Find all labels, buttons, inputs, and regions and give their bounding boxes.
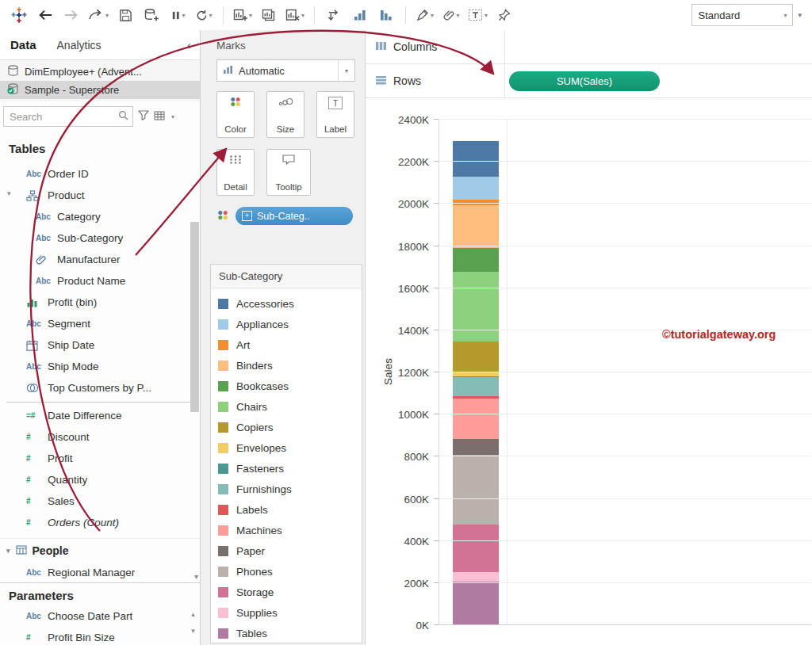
bar-segment-art[interactable]: [453, 200, 499, 205]
rows-shelf[interactable]: Rows SUM(Sales): [366, 64, 812, 98]
bar-segment-binders[interactable]: [453, 205, 499, 248]
sort-ascending-button[interactable]: [347, 3, 373, 27]
legend-item-bookcases[interactable]: Bookcases: [211, 376, 362, 396]
sub-category-pill[interactable]: + Sub-Categ..: [236, 207, 353, 225]
sum-sales-pill[interactable]: SUM(Sales): [509, 71, 660, 91]
tab-analytics[interactable]: Analytics: [47, 39, 112, 52]
legend-item-fasteners[interactable]: Fasteners: [211, 458, 362, 479]
bar-segment-furnishings[interactable]: [453, 377, 499, 396]
field-profit-bin-size[interactable]: #Profit Bin Size: [0, 627, 200, 645]
group-members-button[interactable]: ▾: [439, 3, 464, 27]
field-orders-count[interactable]: #Orders (Count): [0, 512, 200, 533]
field-date-difference[interactable]: =#Date Difference: [0, 405, 200, 426]
bar-segment-appliances[interactable]: [453, 177, 499, 200]
bar-segment-bookcases[interactable]: [453, 248, 499, 273]
legend-item-appliances[interactable]: Appliances: [211, 314, 362, 334]
field-profit[interactable]: #Profit: [0, 448, 200, 469]
bar-segment-machines[interactable]: [453, 399, 499, 438]
legend-item-envelopes[interactable]: Envelopes: [211, 437, 362, 458]
forward-button[interactable]: [59, 3, 84, 27]
field-product-name[interactable]: AbcProduct Name: [0, 270, 200, 292]
legend-item-storage[interactable]: Storage: [211, 582, 362, 602]
scrollbar-thumb[interactable]: [190, 222, 199, 412]
chevron-down-icon[interactable]: ▾: [338, 60, 354, 81]
chevron-down-icon[interactable]: ▾: [7, 189, 11, 197]
field-profit-bin[interactable]: Profit (bin): [0, 292, 200, 313]
bar-segment-accessories[interactable]: [453, 141, 499, 176]
bar-segment-copiers[interactable]: [453, 342, 499, 373]
scroll-up-icon[interactable]: ▴: [191, 610, 195, 618]
view-size-select[interactable]: Standard ▾: [691, 4, 793, 26]
field-manufacturer[interactable]: Manufacturer: [0, 249, 200, 270]
mark-type-dropdown[interactable]: Automatic ▾: [216, 59, 355, 82]
datasource-dimemployee-advent[interactable]: DimEmployee+ (Advent...: [0, 63, 200, 81]
legend-item-labels[interactable]: Labels: [211, 499, 362, 520]
legend-item-art[interactable]: Art: [211, 334, 362, 355]
legend-item-binders[interactable]: Binders: [211, 355, 362, 376]
chevron-down-icon[interactable]: ▾: [171, 113, 174, 120]
view-as-grid-icon[interactable]: [154, 111, 165, 123]
legend-item-supplies[interactable]: Supplies: [211, 602, 362, 623]
bar-segment-paper[interactable]: [453, 439, 499, 456]
run-update-button[interactable]: ▾: [191, 3, 216, 27]
field-segment[interactable]: AbcSegment: [0, 313, 200, 334]
highlight-button[interactable]: ▾: [412, 3, 438, 27]
fix-axes-button[interactable]: [492, 3, 517, 27]
bar-segment-chairs[interactable]: [453, 272, 499, 341]
new-worksheet-button[interactable]: ▾: [230, 3, 255, 27]
calendar-icon: [26, 340, 48, 351]
detail-button[interactable]: Detail: [216, 149, 255, 196]
scroll-down-icon[interactable]: ▾: [191, 627, 195, 635]
parameters-scrollbar[interactable]: ▴ ▾: [188, 610, 198, 635]
field-ship-mode[interactable]: AbcShip Mode: [0, 356, 200, 377]
search-input-wrap[interactable]: [3, 106, 133, 127]
color-button[interactable]: Color: [216, 91, 255, 138]
save-button[interactable]: [113, 3, 138, 27]
legend-item-furnishings[interactable]: Furnishings: [211, 479, 362, 499]
columns-shelf[interactable]: Columns: [366, 30, 812, 64]
undo-redo-button[interactable]: ▾: [85, 3, 112, 27]
bar-segment-supplies[interactable]: [453, 572, 499, 582]
filter-icon[interactable]: [138, 110, 149, 123]
field-product[interactable]: ▾Product: [0, 185, 200, 206]
tab-data[interactable]: Data: [0, 38, 47, 52]
field-quantity[interactable]: #Quantity: [0, 469, 200, 490]
duplicate-sheet-button[interactable]: [256, 3, 282, 27]
collapse-pane-icon[interactable]: ‹: [178, 38, 200, 52]
clear-sheet-button[interactable]: ▾: [282, 3, 308, 27]
field-regional-manager[interactable]: AbcRegional Manager: [0, 562, 200, 583]
field-top-customers-by-p[interactable]: Top Customers by P...: [0, 377, 200, 399]
field-sales[interactable]: #Sales: [0, 490, 200, 512]
legend-item-tables[interactable]: Tables: [211, 623, 362, 643]
bar-segment-tables[interactable]: [453, 582, 499, 625]
field-category[interactable]: AbcCategory: [0, 206, 200, 227]
bar-segment-phones[interactable]: [453, 455, 499, 525]
legend-item-phones[interactable]: Phones: [211, 561, 362, 582]
add-data-source-button[interactable]: [139, 3, 164, 27]
scroll-down-icon[interactable]: ▾: [194, 572, 198, 581]
datasource-sample-superstore[interactable]: Sample - Superstore: [0, 81, 200, 99]
field-order-id[interactable]: AbcOrder ID: [0, 163, 200, 185]
toolbar-overflow-chevron-icon[interactable]: ▾: [794, 11, 806, 19]
legend-item-machines[interactable]: Machines: [211, 520, 362, 540]
legend-item-copiers[interactable]: Copiers: [211, 417, 362, 437]
legend-item-chairs[interactable]: Chairs: [211, 396, 362, 417]
sort-descending-button[interactable]: [373, 3, 399, 27]
field-ship-date[interactable]: Ship Date: [0, 334, 200, 356]
back-button[interactable]: [33, 3, 58, 27]
field-choose-date-part[interactable]: AbcChoose Date Part: [0, 605, 200, 627]
size-button[interactable]: Size: [266, 91, 304, 138]
pause-auto-updates-button[interactable]: ▾: [165, 3, 190, 27]
legend-item-paper[interactable]: Paper: [211, 540, 362, 561]
tooltip-button[interactable]: Tooltip: [266, 149, 311, 196]
field-sub-category[interactable]: AbcSub-Category: [0, 227, 200, 249]
bar-segment-storage[interactable]: [453, 525, 499, 572]
legend-item-accessories[interactable]: Accessories: [211, 293, 362, 314]
search-input[interactable]: [8, 110, 118, 124]
section-people[interactable]: ▾ People: [0, 538, 200, 562]
swap-rows-columns-button[interactable]: [321, 3, 347, 27]
toolbar-separator: [223, 6, 224, 24]
show-mark-labels-button[interactable]: ▾: [465, 3, 491, 27]
field-discount[interactable]: #Discount: [0, 426, 200, 448]
label-button[interactable]: T Label: [316, 91, 354, 138]
